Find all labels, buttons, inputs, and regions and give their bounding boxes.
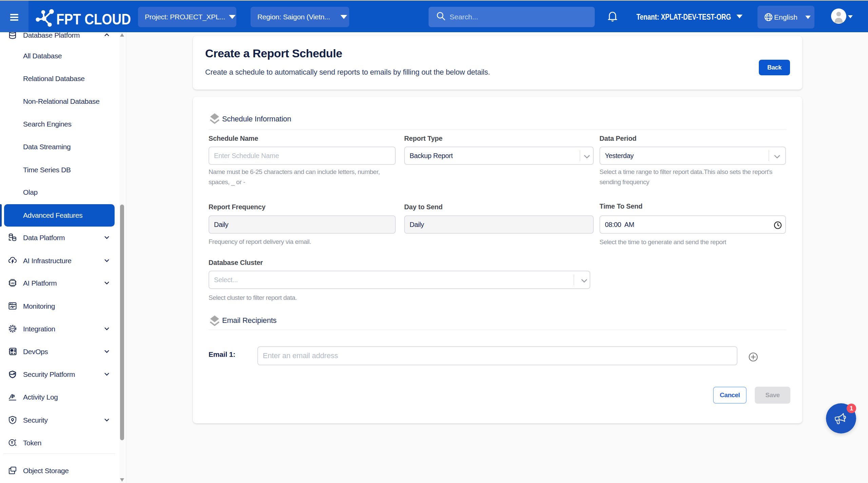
svg-text:FPT CLOUD: FPT CLOUD: [56, 11, 131, 28]
svg-text:AI: AI: [11, 282, 14, 285]
svg-text:API: API: [11, 328, 14, 330]
svg-text:Tenant: XPLAT-DEV-TEST-ORG: Tenant: XPLAT-DEV-TEST-ORG: [636, 13, 731, 21]
